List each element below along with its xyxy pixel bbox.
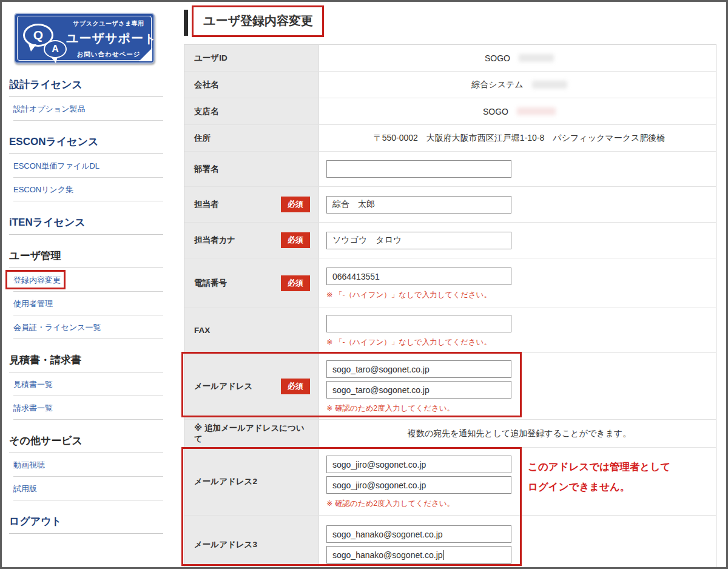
user-support-banner[interactable]: Q A サブスクユーザさま専用 ユーザサポート お問い合わせページ <box>14 13 155 64</box>
page-title-text: ユーザ登録内容変更 <box>203 14 313 27</box>
field-value-additional-email-info: 複数の宛先を通知先として追加登録することができます。 <box>319 420 716 447</box>
sidebar-heading-user-management: ユーザ管理 <box>9 249 163 263</box>
sidebar-item-registration-change[interactable]: 登録内容変更 <box>13 268 163 292</box>
fax-input[interactable] <box>326 315 511 332</box>
sidebar-item-user-admin[interactable]: 使用者管理 <box>13 292 163 315</box>
banner-tagline-bottom: お問い合わせページ <box>66 50 151 59</box>
sidebar-heading-escon-license[interactable]: ESCONライセンス <box>9 135 163 149</box>
email-confirm-input[interactable] <box>326 381 511 399</box>
title-accent-bar <box>184 10 188 36</box>
phone-note: ※ 「-（ハイフン）」なしで入力してください。 <box>326 290 710 300</box>
table-row: 住所 〒550-0002 大阪府大阪市西区江戸堀1-10-8 パシフィックマーク… <box>184 125 716 152</box>
contact-kana-input[interactable] <box>326 232 511 249</box>
required-badge: 必須 <box>281 379 310 394</box>
banner-title: ユーザサポート <box>66 30 151 47</box>
field-label-department: 部署名 <box>184 152 319 186</box>
email3-confirm-input[interactable]: sogo_hanako@sogonet.co.jp <box>326 546 511 564</box>
field-label-email: メールアドレス 必須 <box>184 353 319 419</box>
fax-note: ※ 「-（ハイフン）」なしで入力してください。 <box>326 337 710 348</box>
field-label-email3: メールアドレス3 <box>184 516 319 569</box>
field-label-branch: 支店名 <box>184 98 319 124</box>
table-row: ※ 追加メールアドレスについて 複数の宛先を通知先として追加登録することができま… <box>184 420 716 448</box>
table-row: 電話番号 必須 ※ 「-（ハイフン）」なしで入力してください。 <box>184 258 716 308</box>
sidebar: Q A サブスクユーザさま専用 ユーザサポート お問い合わせページ 設計ライセン… <box>9 2 163 534</box>
sidebar-item-escon-tanka-dl[interactable]: ESCON単価ファイルDL <box>13 154 163 178</box>
sidebar-item-trial[interactable]: 試用版 <box>13 477 163 500</box>
a-speech-bubble-icon: A <box>44 40 67 58</box>
sidebar-item-quote-list[interactable]: 見積書一覧 <box>13 372 163 396</box>
email2-note: ※ 確認のため2度入力してください。 <box>326 499 710 509</box>
required-badge: 必須 <box>281 197 310 212</box>
field-value-address: 〒550-0002 大阪府大阪市西区江戸堀1-10-8 パシフィックマークス肥後… <box>319 125 716 151</box>
banner-tagline-top: サブスクユーザさま専用 <box>66 19 151 28</box>
banner-text: サブスクユーザさま専用 ユーザサポート お問い合わせページ <box>66 19 151 59</box>
table-row: FAX ※ 「-（ハイフン）」なしで入力してください。 <box>184 308 716 353</box>
field-label-contact-kana: 担当者カナ 必須 <box>184 223 319 258</box>
contact-person-input[interactable] <box>326 196 511 214</box>
email3-confirm-value: sogo_hanako@sogonet.co.jp <box>332 550 443 560</box>
table-row: 会社名 綜合システム <box>184 72 716 98</box>
field-label-phone: 電話番号 必須 <box>184 258 319 308</box>
sidebar-item-escon-links[interactable]: ESCONリンク集 <box>13 178 163 201</box>
sidebar-item-invoice-list[interactable]: 請求書一覧 <box>13 396 163 420</box>
sidebar-heading-quotes-invoices: 見積書・請求書 <box>9 354 163 367</box>
email-input[interactable] <box>326 360 511 378</box>
sidebar-heading-sekkei-license[interactable]: 設計ライセンス <box>9 78 163 92</box>
table-row: 部署名 <box>184 152 716 187</box>
field-label-user-id: ユーザID <box>184 45 319 71</box>
field-label-additional-email-info: ※ 追加メールアドレスについて <box>184 420 319 447</box>
sidebar-item-label: 登録内容変更 <box>13 275 61 284</box>
table-row: メールアドレス 必須 ※ 確認のため2度入力してください。 <box>184 353 716 420</box>
admin-login-warning-line1: このアドレスでは管理者として <box>528 457 670 477</box>
field-value-branch: SOGO <box>319 98 716 124</box>
field-label-contact-person: 担当者 必須 <box>184 187 319 222</box>
field-label-email2: メールアドレス2 <box>184 448 319 515</box>
sidebar-heading-iten-license[interactable]: iTENライセンス <box>9 216 163 229</box>
a-letter: A <box>52 44 59 55</box>
main-content: ユーザ登録内容変更 ユーザID SOGO 会社名 綜合システム 支店名 SOGO… <box>184 2 724 569</box>
page-title: ユーザ登録内容変更 <box>192 5 324 37</box>
admin-login-warning: このアドレスでは管理者として ログインできません。 <box>528 457 670 497</box>
table-row: ユーザID SOGO <box>184 45 716 72</box>
divider <box>9 533 163 534</box>
field-value-user-id: SOGO <box>319 45 716 71</box>
q-letter: Q <box>33 28 43 42</box>
admin-login-warning-line2: ログインできません。 <box>528 477 670 497</box>
field-value-company: 綜合システム <box>319 72 716 98</box>
required-badge: 必須 <box>281 275 310 291</box>
sidebar-item-membership-license-list[interactable]: 会員証・ライセンス一覧 <box>13 315 163 339</box>
sidebar-item-logout[interactable]: ログアウト <box>9 515 163 528</box>
email2-confirm-input[interactable] <box>326 476 511 494</box>
redaction-smudge <box>517 107 556 115</box>
required-badge: 必須 <box>281 232 310 248</box>
email2-input[interactable] <box>326 456 511 473</box>
table-row: メールアドレス3 sogo_hanako@sogonet.co.jp <box>184 516 716 569</box>
field-label-fax: FAX <box>184 308 319 352</box>
sidebar-item-sekkei-option[interactable]: 設計オプション製品 <box>13 97 163 121</box>
redaction-smudge <box>532 81 567 89</box>
divider <box>9 234 163 235</box>
field-label-company: 会社名 <box>184 72 319 98</box>
sidebar-item-video[interactable]: 動画視聴 <box>13 453 163 477</box>
redaction-smudge <box>519 54 554 62</box>
field-label-address: 住所 <box>184 125 319 151</box>
table-row: 支店名 SOGO <box>184 98 716 125</box>
sidebar-heading-other-services: その他サービス <box>9 434 163 448</box>
table-row: 担当者 必須 <box>184 187 716 223</box>
phone-input[interactable] <box>326 268 511 285</box>
text-caret <box>443 550 444 560</box>
table-row: 担当者カナ 必須 <box>184 223 716 258</box>
email-note: ※ 確認のため2度入力してください。 <box>326 403 710 414</box>
department-input[interactable] <box>326 160 511 178</box>
email3-input[interactable] <box>326 525 511 543</box>
